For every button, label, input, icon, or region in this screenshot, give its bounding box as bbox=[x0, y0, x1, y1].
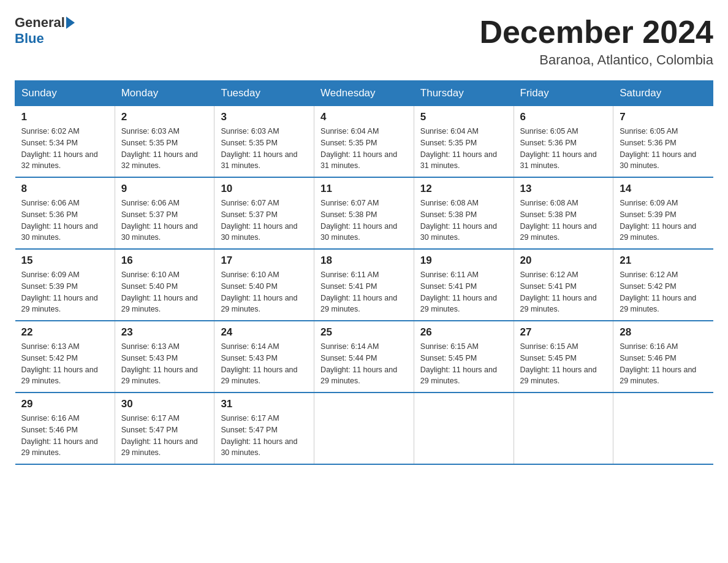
calendar-cell: 22 Sunrise: 6:13 AM Sunset: 5:42 PM Dayl… bbox=[15, 321, 115, 393]
day-number: 24 bbox=[221, 326, 308, 339]
calendar-cell: 11 Sunrise: 6:07 AM Sunset: 5:38 PM Dayl… bbox=[314, 177, 414, 249]
calendar-table: SundayMondayTuesdayWednesdayThursdayFrid… bbox=[15, 80, 713, 465]
page-header: General Blue December 2024 Baranoa, Atla… bbox=[15, 15, 713, 68]
day-number: 1 bbox=[21, 111, 108, 123]
day-number: 4 bbox=[320, 111, 408, 123]
day-info: Sunrise: 6:14 AM Sunset: 5:43 PM Dayligh… bbox=[221, 341, 308, 387]
calendar-title: December 2024 bbox=[479, 15, 713, 50]
calendar-cell: 5 Sunrise: 6:04 AM Sunset: 5:35 PM Dayli… bbox=[414, 106, 514, 178]
day-info: Sunrise: 6:11 AM Sunset: 5:41 PM Dayligh… bbox=[420, 269, 507, 315]
day-number: 30 bbox=[121, 398, 208, 410]
day-number: 12 bbox=[420, 183, 507, 195]
day-number: 16 bbox=[121, 255, 208, 267]
header-thursday: Thursday bbox=[414, 81, 514, 106]
calendar-cell: 12 Sunrise: 6:08 AM Sunset: 5:38 PM Dayl… bbox=[414, 177, 514, 249]
calendar-cell: 24 Sunrise: 6:14 AM Sunset: 5:43 PM Dayl… bbox=[214, 321, 314, 393]
header-sunday: Sunday bbox=[15, 81, 115, 106]
day-number: 3 bbox=[221, 111, 308, 123]
calendar-cell: 3 Sunrise: 6:03 AM Sunset: 5:35 PM Dayli… bbox=[214, 106, 314, 178]
day-info: Sunrise: 6:07 AM Sunset: 5:38 PM Dayligh… bbox=[320, 197, 408, 243]
day-info: Sunrise: 6:10 AM Sunset: 5:40 PM Dayligh… bbox=[121, 269, 208, 315]
header-monday: Monday bbox=[115, 81, 214, 106]
calendar-cell: 1 Sunrise: 6:02 AM Sunset: 5:34 PM Dayli… bbox=[15, 106, 115, 178]
calendar-cell: 27 Sunrise: 6:15 AM Sunset: 5:45 PM Dayl… bbox=[514, 321, 613, 393]
calendar-cell: 23 Sunrise: 6:13 AM Sunset: 5:43 PM Dayl… bbox=[115, 321, 214, 393]
day-info: Sunrise: 6:03 AM Sunset: 5:35 PM Dayligh… bbox=[221, 126, 308, 172]
day-info: Sunrise: 6:16 AM Sunset: 5:46 PM Dayligh… bbox=[21, 413, 108, 459]
calendar-cell: 25 Sunrise: 6:14 AM Sunset: 5:44 PM Dayl… bbox=[314, 321, 414, 393]
day-info: Sunrise: 6:11 AM Sunset: 5:41 PM Dayligh… bbox=[320, 269, 408, 315]
day-number: 15 bbox=[21, 255, 108, 267]
calendar-cell: 18 Sunrise: 6:11 AM Sunset: 5:41 PM Dayl… bbox=[314, 249, 414, 321]
day-info: Sunrise: 6:05 AM Sunset: 5:36 PM Dayligh… bbox=[520, 126, 607, 172]
day-info: Sunrise: 6:05 AM Sunset: 5:36 PM Dayligh… bbox=[620, 126, 707, 172]
calendar-cell: 21 Sunrise: 6:12 AM Sunset: 5:42 PM Dayl… bbox=[613, 249, 713, 321]
day-info: Sunrise: 6:08 AM Sunset: 5:38 PM Dayligh… bbox=[420, 197, 507, 243]
day-number: 7 bbox=[620, 111, 707, 123]
calendar-cell bbox=[414, 393, 514, 464]
day-number: 9 bbox=[121, 183, 208, 195]
calendar-cell: 26 Sunrise: 6:15 AM Sunset: 5:45 PM Dayl… bbox=[414, 321, 514, 393]
header-tuesday: Tuesday bbox=[214, 81, 314, 106]
calendar-cell: 7 Sunrise: 6:05 AM Sunset: 5:36 PM Dayli… bbox=[613, 106, 713, 178]
day-info: Sunrise: 6:08 AM Sunset: 5:38 PM Dayligh… bbox=[520, 197, 607, 243]
calendar-cell: 20 Sunrise: 6:12 AM Sunset: 5:41 PM Dayl… bbox=[514, 249, 613, 321]
day-number: 20 bbox=[520, 255, 607, 267]
day-number: 26 bbox=[420, 326, 507, 339]
day-number: 17 bbox=[221, 255, 308, 267]
day-info: Sunrise: 6:14 AM Sunset: 5:44 PM Dayligh… bbox=[320, 341, 408, 387]
day-number: 19 bbox=[420, 255, 507, 267]
calendar-cell: 13 Sunrise: 6:08 AM Sunset: 5:38 PM Dayl… bbox=[514, 177, 613, 249]
day-info: Sunrise: 6:13 AM Sunset: 5:43 PM Dayligh… bbox=[121, 341, 208, 387]
title-block: December 2024 Baranoa, Atlantico, Colomb… bbox=[479, 15, 713, 68]
calendar-cell: 6 Sunrise: 6:05 AM Sunset: 5:36 PM Dayli… bbox=[514, 106, 613, 178]
day-number: 28 bbox=[620, 326, 707, 339]
calendar-cell bbox=[314, 393, 414, 464]
day-number: 6 bbox=[520, 111, 607, 123]
day-number: 11 bbox=[320, 183, 408, 195]
day-info: Sunrise: 6:15 AM Sunset: 5:45 PM Dayligh… bbox=[520, 341, 607, 387]
header-saturday: Saturday bbox=[613, 81, 713, 106]
day-number: 23 bbox=[121, 326, 208, 339]
calendar-cell: 31 Sunrise: 6:17 AM Sunset: 5:47 PM Dayl… bbox=[214, 393, 314, 464]
day-info: Sunrise: 6:06 AM Sunset: 5:36 PM Dayligh… bbox=[21, 197, 108, 243]
day-info: Sunrise: 6:17 AM Sunset: 5:47 PM Dayligh… bbox=[221, 413, 308, 459]
day-number: 29 bbox=[21, 398, 108, 410]
header-friday: Friday bbox=[514, 81, 613, 106]
calendar-cell: 28 Sunrise: 6:16 AM Sunset: 5:46 PM Dayl… bbox=[613, 321, 713, 393]
calendar-cell bbox=[613, 393, 713, 464]
calendar-cell: 17 Sunrise: 6:10 AM Sunset: 5:40 PM Dayl… bbox=[214, 249, 314, 321]
day-info: Sunrise: 6:13 AM Sunset: 5:42 PM Dayligh… bbox=[21, 341, 108, 387]
calendar-cell bbox=[514, 393, 613, 464]
day-info: Sunrise: 6:09 AM Sunset: 5:39 PM Dayligh… bbox=[620, 197, 707, 243]
day-number: 22 bbox=[21, 326, 108, 339]
day-info: Sunrise: 6:10 AM Sunset: 5:40 PM Dayligh… bbox=[221, 269, 308, 315]
day-number: 25 bbox=[320, 326, 408, 339]
day-info: Sunrise: 6:06 AM Sunset: 5:37 PM Dayligh… bbox=[121, 197, 208, 243]
day-number: 10 bbox=[221, 183, 308, 195]
week-row-2: 8 Sunrise: 6:06 AM Sunset: 5:36 PM Dayli… bbox=[15, 177, 713, 249]
logo-general: General bbox=[15, 15, 65, 31]
calendar-subtitle: Baranoa, Atlantico, Colombia bbox=[479, 52, 713, 68]
calendar-cell: 15 Sunrise: 6:09 AM Sunset: 5:39 PM Dayl… bbox=[15, 249, 115, 321]
day-info: Sunrise: 6:09 AM Sunset: 5:39 PM Dayligh… bbox=[21, 269, 108, 315]
day-info: Sunrise: 6:04 AM Sunset: 5:35 PM Dayligh… bbox=[420, 126, 507, 172]
calendar-cell: 2 Sunrise: 6:03 AM Sunset: 5:35 PM Dayli… bbox=[115, 106, 214, 178]
calendar-cell: 19 Sunrise: 6:11 AM Sunset: 5:41 PM Dayl… bbox=[414, 249, 514, 321]
calendar-cell: 30 Sunrise: 6:17 AM Sunset: 5:47 PM Dayl… bbox=[115, 393, 214, 464]
calendar-cell: 9 Sunrise: 6:06 AM Sunset: 5:37 PM Dayli… bbox=[115, 177, 214, 249]
header-wednesday: Wednesday bbox=[314, 81, 414, 106]
week-row-3: 15 Sunrise: 6:09 AM Sunset: 5:39 PM Dayl… bbox=[15, 249, 713, 321]
calendar-cell: 8 Sunrise: 6:06 AM Sunset: 5:36 PM Dayli… bbox=[15, 177, 115, 249]
day-number: 21 bbox=[620, 255, 707, 267]
calendar-cell: 16 Sunrise: 6:10 AM Sunset: 5:40 PM Dayl… bbox=[115, 249, 214, 321]
calendar-body: 1 Sunrise: 6:02 AM Sunset: 5:34 PM Dayli… bbox=[15, 106, 713, 465]
week-row-1: 1 Sunrise: 6:02 AM Sunset: 5:34 PM Dayli… bbox=[15, 106, 713, 178]
day-info: Sunrise: 6:02 AM Sunset: 5:34 PM Dayligh… bbox=[21, 126, 108, 172]
day-number: 13 bbox=[520, 183, 607, 195]
logo-blue: Blue bbox=[15, 31, 44, 46]
logo: General Blue bbox=[15, 15, 76, 47]
day-number: 2 bbox=[121, 111, 208, 123]
day-number: 27 bbox=[520, 326, 607, 339]
day-number: 14 bbox=[620, 183, 707, 195]
